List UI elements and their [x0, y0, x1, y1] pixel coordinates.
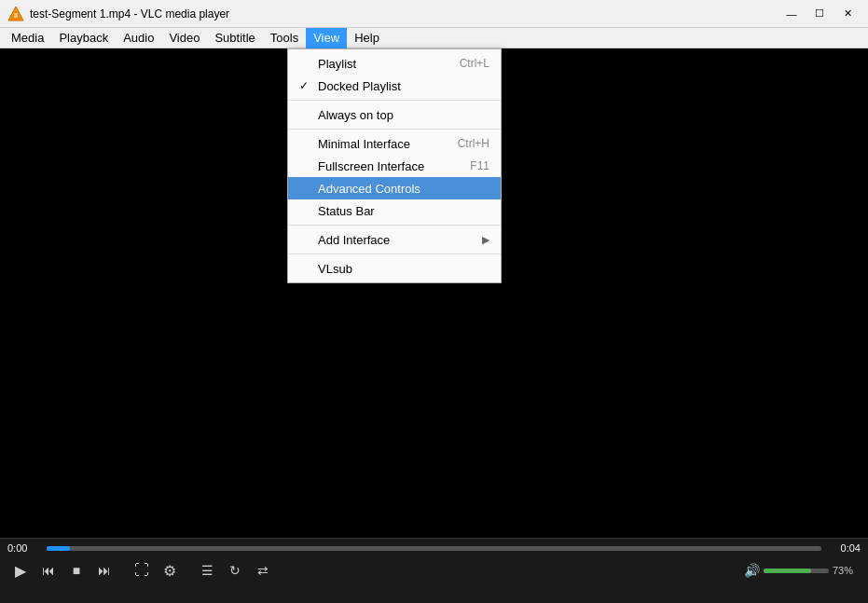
time-current: 0:00: [7, 542, 41, 554]
progress-row: 0:00 0:04: [0, 539, 868, 555]
menu-item-tools[interactable]: Tools: [263, 28, 306, 48]
separator-4: [288, 254, 501, 254]
menu-minimal-interface[interactable]: Minimal Interface Ctrl+H: [288, 132, 501, 155]
menu-item-subtitle[interactable]: Subtitle: [207, 28, 262, 48]
add-interface-label: Add Interface: [318, 233, 482, 247]
next-button[interactable]: ⏭: [91, 557, 117, 583]
menu-item-help[interactable]: Help: [347, 28, 387, 48]
prev-button[interactable]: ⏮: [35, 557, 62, 583]
media-controls: 0:00 0:04 ▶ ⏮ ■ ⏭ ⛶ ⚙ ☰ ↻ ⇄ 🔊 73%: [0, 538, 868, 603]
titlebar: test-Segment 1.mp4 - VLC media player — …: [0, 0, 868, 28]
maximize-button[interactable]: ☐: [806, 5, 833, 23]
menu-add-interface[interactable]: Add Interface ▶: [288, 228, 501, 251]
separator-3: [288, 225, 501, 226]
vlc-icon: [7, 6, 24, 22]
buttons-row: ▶ ⏮ ■ ⏭ ⛶ ⚙ ☰ ↻ ⇄ 🔊 73%: [0, 555, 868, 585]
view-dropdown-menu: Playlist Ctrl+L ✓ Docked Playlist Always…: [287, 48, 502, 283]
shuffle-button[interactable]: ⇄: [250, 557, 276, 583]
fullscreen-interface-label: Fullscreen Interface: [318, 159, 470, 173]
docked-playlist-label: Docked Playlist: [318, 79, 489, 93]
separator-2: [288, 129, 501, 130]
add-interface-arrow: ▶: [482, 234, 489, 246]
loop-button[interactable]: ↻: [222, 557, 248, 583]
docked-playlist-check: ✓: [299, 79, 318, 92]
menu-item-audio[interactable]: Audio: [116, 28, 161, 48]
volume-icon[interactable]: 🔊: [744, 563, 760, 578]
separator-1: [288, 100, 501, 101]
fullscreen-interface-shortcut: F11: [470, 159, 489, 172]
menu-always-on-top[interactable]: Always on top: [288, 103, 501, 126]
menu-vlsub[interactable]: VLsub: [288, 257, 501, 280]
extended-settings-button[interactable]: ⚙: [157, 557, 183, 583]
vlsub-label: VLsub: [318, 262, 489, 276]
advanced-controls-label: Advanced Controls: [318, 182, 489, 196]
menu-item-view[interactable]: View: [306, 28, 347, 48]
minimal-interface-label: Minimal Interface: [318, 137, 458, 151]
volume-bar-fill: [764, 569, 811, 573]
menu-status-bar[interactable]: Status Bar: [288, 199, 501, 222]
menu-advanced-controls[interactable]: Advanced Controls: [288, 177, 501, 199]
progress-bar[interactable]: [47, 546, 821, 551]
volume-area: 🔊 73%: [744, 563, 861, 578]
window-title: test-Segment 1.mp4 - VLC media player: [30, 7, 778, 21]
minimize-button[interactable]: —: [778, 5, 805, 23]
menu-item-playback[interactable]: Playback: [51, 28, 116, 48]
minimal-interface-shortcut: Ctrl+H: [458, 137, 489, 150]
playlist-shortcut: Ctrl+L: [460, 57, 489, 70]
menu-item-video[interactable]: Video: [161, 28, 207, 48]
menu-playlist[interactable]: Playlist Ctrl+L: [288, 52, 501, 75]
svg-rect-2: [14, 13, 18, 18]
playlist-button[interactable]: ☰: [194, 557, 220, 583]
volume-bar[interactable]: [764, 569, 829, 573]
always-on-top-label: Always on top: [318, 108, 489, 122]
close-button[interactable]: ✕: [834, 5, 861, 23]
status-bar-label: Status Bar: [318, 204, 489, 218]
play-button[interactable]: ▶: [7, 557, 34, 583]
stop-button[interactable]: ■: [63, 557, 90, 583]
fullscreen-button[interactable]: ⛶: [129, 557, 155, 583]
window-controls: — ☐ ✕: [778, 5, 861, 23]
menubar: Media Playback Audio Video Subtitle Tool…: [0, 28, 868, 48]
time-total: 0:04: [827, 542, 861, 554]
menu-docked-playlist[interactable]: ✓ Docked Playlist: [288, 75, 501, 97]
menu-item-media[interactable]: Media: [4, 28, 51, 48]
volume-label: 73%: [833, 565, 861, 576]
playlist-label: Playlist: [318, 57, 460, 71]
progress-bar-fill: [47, 546, 70, 551]
menu-fullscreen-interface[interactable]: Fullscreen Interface F11: [288, 155, 501, 177]
